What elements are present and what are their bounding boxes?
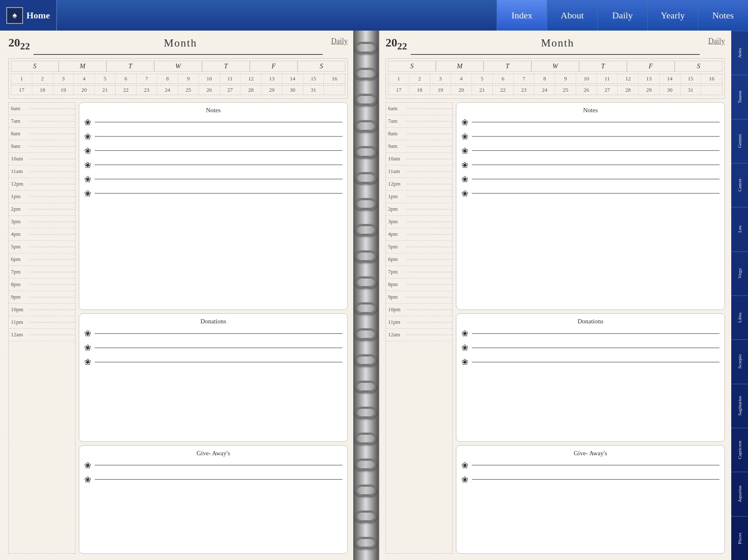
- date-25[interactable]: 25: [178, 85, 199, 95]
- r-date-30[interactable]: 30: [660, 85, 681, 95]
- left-note-line-6[interactable]: ❀: [84, 188, 342, 199]
- tab-daily[interactable]: Daily: [597, 0, 647, 31]
- zodiac-aries[interactable]: Aries: [731, 31, 748, 75]
- left-note-line-1[interactable]: ❀: [84, 117, 342, 127]
- note-underline-2[interactable]: [95, 136, 342, 137]
- zodiac-libra[interactable]: Libra: [731, 295, 748, 339]
- home-nav[interactable]: ♠ Home: [0, 0, 57, 31]
- right-giveaway-line-2[interactable]: ❀: [461, 475, 720, 485]
- zodiac-cancer[interactable]: Cancer: [731, 163, 748, 207]
- r-date-12[interactable]: 12: [618, 74, 639, 83]
- r-date-2[interactable]: 2: [409, 74, 430, 83]
- r-note-underline-5[interactable]: [472, 179, 720, 179]
- left-donation-line-1[interactable]: ❀: [84, 328, 342, 338]
- zodiac-capricorn[interactable]: Capricorn: [731, 428, 748, 472]
- r-date-17[interactable]: 17: [388, 85, 409, 95]
- r-note-underline-6[interactable]: [472, 193, 720, 194]
- r-note-underline-1[interactable]: [472, 122, 720, 122]
- note-underline-3[interactable]: [95, 150, 342, 151]
- r-date-27[interactable]: 27: [597, 85, 618, 95]
- date-2[interactable]: 2: [32, 74, 53, 83]
- right-note-line-5[interactable]: ❀: [461, 174, 720, 184]
- r-date-16[interactable]: 16: [701, 74, 722, 83]
- tab-notes[interactable]: Notes: [698, 0, 748, 31]
- r-date-11[interactable]: 11: [597, 74, 618, 83]
- r-date-23[interactable]: 23: [514, 85, 535, 95]
- date-5[interactable]: 5: [95, 74, 116, 83]
- date-8[interactable]: 8: [157, 74, 178, 83]
- note-underline-1[interactable]: [95, 122, 342, 122]
- date-1[interactable]: 1: [11, 74, 32, 83]
- r-note-underline-2[interactable]: [472, 136, 720, 137]
- date-16[interactable]: 16: [324, 74, 345, 83]
- r-date-31[interactable]: 31: [681, 85, 701, 95]
- r-date-20[interactable]: 20: [451, 85, 472, 95]
- r-date-18[interactable]: 18: [409, 85, 430, 95]
- r-date-24[interactable]: 24: [534, 85, 555, 95]
- r-date-1[interactable]: 1: [388, 74, 409, 83]
- left-donation-line-3[interactable]: ❀: [84, 357, 342, 367]
- r-donation-underline-2[interactable]: [472, 348, 720, 348]
- right-note-line-2[interactable]: ❀: [461, 132, 720, 142]
- left-note-line-4[interactable]: ❀: [84, 160, 342, 170]
- r-date-3[interactable]: 3: [430, 74, 451, 83]
- r-date-19[interactable]: 19: [430, 85, 451, 95]
- donation-underline-1[interactable]: [95, 333, 342, 334]
- date-24[interactable]: 24: [157, 85, 178, 95]
- note-underline-4[interactable]: [95, 165, 342, 165]
- r-date-15[interactable]: 15: [681, 74, 701, 83]
- zodiac-virgo[interactable]: Virgo: [731, 251, 748, 295]
- left-giveaway-line-1[interactable]: ❀: [84, 460, 342, 470]
- r-donation-underline-1[interactable]: [472, 333, 720, 334]
- date-31[interactable]: 31: [303, 85, 324, 95]
- zodiac-scorpio[interactable]: Scorpio: [731, 339, 748, 383]
- left-giveaway-line-2[interactable]: ❀: [84, 475, 342, 485]
- zodiac-sagittarius[interactable]: Sagittarius: [731, 384, 748, 428]
- date-14[interactable]: 14: [282, 74, 303, 83]
- date-17[interactable]: 17: [11, 85, 32, 95]
- date-11[interactable]: 11: [220, 74, 241, 83]
- r-date-7[interactable]: 7: [514, 74, 535, 83]
- left-note-line-2[interactable]: ❀: [84, 132, 342, 142]
- r-date-6[interactable]: 6: [493, 74, 514, 83]
- home-label[interactable]: Home: [26, 10, 50, 21]
- tab-about[interactable]: About: [547, 0, 597, 31]
- date-26[interactable]: 26: [199, 85, 220, 95]
- zodiac-taurus[interactable]: Taurus: [731, 75, 748, 119]
- r-note-underline-4[interactable]: [472, 165, 720, 165]
- date-27[interactable]: 27: [220, 85, 241, 95]
- date-20[interactable]: 20: [74, 85, 95, 95]
- date-30[interactable]: 30: [282, 85, 303, 95]
- r-note-underline-3[interactable]: [472, 150, 720, 151]
- tab-yearly[interactable]: Yearly: [647, 0, 698, 31]
- r-giveaway-underline-1[interactable]: [472, 465, 720, 465]
- zodiac-pisces[interactable]: Pisces: [731, 516, 748, 560]
- right-note-line-1[interactable]: ❀: [461, 117, 720, 127]
- date-23[interactable]: 23: [137, 85, 158, 95]
- date-15[interactable]: 15: [303, 74, 324, 83]
- date-6[interactable]: 6: [116, 74, 137, 83]
- date-29[interactable]: 29: [261, 85, 282, 95]
- date-10[interactable]: 10: [199, 74, 220, 83]
- date-21[interactable]: 21: [95, 85, 116, 95]
- zodiac-leo[interactable]: Leo: [731, 207, 748, 251]
- left-daily-link[interactable]: Daily: [331, 37, 348, 46]
- r-date-25[interactable]: 25: [555, 85, 576, 95]
- left-note-line-3[interactable]: ❀: [84, 146, 342, 156]
- left-note-line-5[interactable]: ❀: [84, 174, 342, 184]
- zodiac-gemini[interactable]: Gemini: [731, 119, 748, 163]
- date-9[interactable]: 9: [178, 74, 199, 83]
- r-date-26[interactable]: 26: [576, 85, 597, 95]
- r-date-21[interactable]: 21: [472, 85, 493, 95]
- right-note-line-3[interactable]: ❀: [461, 146, 720, 156]
- r-date-9[interactable]: 9: [555, 74, 576, 83]
- date-22[interactable]: 22: [116, 85, 137, 95]
- r-date-4[interactable]: 4: [451, 74, 472, 83]
- giveaway-underline-1[interactable]: [95, 465, 342, 465]
- tab-index[interactable]: Index: [497, 0, 547, 31]
- date-4[interactable]: 4: [74, 74, 95, 83]
- giveaway-underline-2[interactable]: [95, 479, 342, 480]
- right-donation-line-2[interactable]: ❀: [461, 343, 720, 353]
- r-date-13[interactable]: 13: [639, 74, 660, 83]
- right-giveaway-line-1[interactable]: ❀: [461, 460, 720, 470]
